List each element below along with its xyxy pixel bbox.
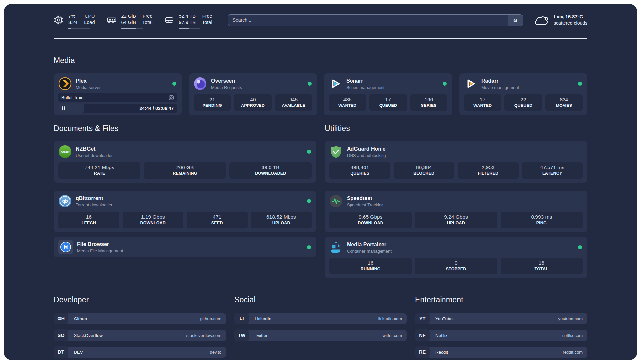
app-card-overseerr[interactable]: Overseerr Media Requests 21 PENDING 40 A… xyxy=(189,73,317,115)
app-card-speedtest[interactable]: Speedtest Speedtest Tracking 9.65 Gbps D… xyxy=(325,191,587,232)
cpu-metric: 7% CPU 3.24 Load xyxy=(54,13,95,29)
stat-value: 0 xyxy=(416,260,496,266)
overseerr-titles: Overseerr Media Requests xyxy=(211,78,242,90)
stat-label: REMAINING xyxy=(145,171,225,176)
link-body: Netflix netflix.com xyxy=(427,330,587,341)
stat-value: 40 xyxy=(235,96,270,103)
cpu-metric-body: 7% CPU 3.24 Load xyxy=(68,13,95,29)
stat-value: 485 xyxy=(330,96,365,103)
sonarr-titles: Sonarr Series management xyxy=(346,78,384,90)
pause-icon[interactable] xyxy=(62,106,65,110)
status-indicator xyxy=(578,245,582,249)
nzbget-titles: NZBGet Usenet downloader xyxy=(76,146,113,158)
stat-label: DOWNLOAD xyxy=(331,221,410,226)
link-reddit[interactable]: RE Reddit reddit.com xyxy=(415,346,587,358)
stat-queries: 498,461 QUERIES xyxy=(329,162,390,179)
speedtest-icon xyxy=(329,195,343,208)
app-description: Movie management xyxy=(481,85,519,90)
section-title-utilities: Utilities xyxy=(325,124,587,133)
link-url: stackoverflow.com xyxy=(186,333,221,338)
app-name: AdGuard Home xyxy=(347,146,386,152)
link-dev[interactable]: DT DEV dev.to xyxy=(54,346,226,358)
app-card-radarr[interactable]: Radarr Movie management 17 WANTED 22 QUE… xyxy=(459,73,587,115)
status-indicator xyxy=(307,150,311,154)
stat-label: MOVIES xyxy=(547,103,581,108)
stat-stopped: 0 STOPPED xyxy=(415,258,497,274)
cloud-icon xyxy=(534,14,549,26)
section-title-entertainment: Entertainment xyxy=(415,295,587,304)
ram-progress-fill xyxy=(121,28,136,29)
stat-pending: 21 PENDING xyxy=(194,94,231,111)
stat-downloaded: 39.6 TB DOWNLOADED xyxy=(229,162,312,179)
link-github[interactable]: GH Github github.com xyxy=(54,313,226,324)
link-youtube[interactable]: YT YouTube youtube.com xyxy=(415,313,587,324)
stat-label: DOWNLOAD xyxy=(124,221,182,226)
link-twitter[interactable]: TW Twitter twitter.com xyxy=(234,329,407,341)
link-url: twitter.com xyxy=(382,333,402,338)
stat-value: 17 xyxy=(465,96,500,103)
stat-label: RATE xyxy=(60,171,139,176)
app-card-plex[interactable]: Plex Media server Bullet Train 24:44 / 0… xyxy=(54,73,182,115)
link-body: Twitter twitter.com xyxy=(247,330,407,341)
search-engine-button[interactable]: G xyxy=(508,15,523,26)
app-card-adguard[interactable]: AdGuard Home DNS and adblocking 498,461 … xyxy=(325,141,587,183)
link-badge: GH xyxy=(54,313,68,324)
app-description: Series management xyxy=(346,85,384,90)
svg-text:qb: qb xyxy=(62,198,68,204)
link-badge: SO xyxy=(54,329,68,341)
link-badge: TW xyxy=(234,329,249,341)
header-divider xyxy=(54,38,587,39)
stat-value: 16 xyxy=(331,260,410,266)
link-name: Netflix xyxy=(435,333,448,338)
section-utilities: Utilities AdGuard Home DNS and adblockin… xyxy=(325,124,587,278)
ram-progress-bar xyxy=(121,28,143,29)
link-body: Github github.com xyxy=(66,313,226,324)
cpu-usage-value: 7% xyxy=(68,13,77,19)
stat-blocked: 86,384 BLOCKED xyxy=(394,162,455,179)
top-bar: 7% CPU 3.24 Load xyxy=(54,13,587,31)
section-title-media: Media xyxy=(54,56,587,65)
link-body: Reddit reddit.com xyxy=(427,347,587,358)
stat-label: WANTED xyxy=(330,103,365,108)
stat-label: SERIES xyxy=(412,103,446,108)
weather-widget: Lviv, 16.87°C scattered clouds xyxy=(534,14,587,26)
plex-icon xyxy=(58,77,72,90)
stat-label: QUEUED xyxy=(371,103,405,108)
link-stackoverflow[interactable]: SO StackOverflow stackoverflow.com xyxy=(54,329,226,341)
app-name: File Browser xyxy=(77,241,123,247)
app-card-filebrowser[interactable]: File Browser Media File Management xyxy=(54,237,316,257)
app-card-qbittorrent[interactable]: qb qBittorrent Torrent downloader 16 LEE… xyxy=(54,191,316,232)
search-input[interactable] xyxy=(228,15,508,26)
link-badge: DT xyxy=(54,346,68,358)
app-description: Media server xyxy=(76,85,101,90)
app-card-portainer[interactable]: Media Portainer Container management 16 … xyxy=(325,237,587,278)
stat-label: WANTED xyxy=(465,103,500,108)
sonarr-icon xyxy=(329,77,342,90)
stat-value: 2,953 xyxy=(459,164,517,170)
disk-free-label: Free xyxy=(202,13,212,19)
stat-upload: 618.52 Mbps UPLOAD xyxy=(251,212,312,228)
stat-label: APPROVED xyxy=(235,103,270,108)
stat-value: 16 xyxy=(60,214,118,220)
cpu-load-label: Load xyxy=(84,19,95,26)
ram-metric-body: 22 GiB Free 64 GiB Total xyxy=(121,13,153,29)
app-card-nzbget[interactable]: nzbget NZBGet Usenet downloader 744.21 M… xyxy=(54,141,316,183)
stat-approved: 40 APPROVED xyxy=(234,94,271,111)
stat-value: 834 xyxy=(547,96,581,103)
stat-value: 1.19 Gbps xyxy=(124,214,182,220)
stat-value: 47.571 ms xyxy=(523,164,582,170)
app-name: qBittorrent xyxy=(76,195,112,201)
stat-value: 266 GB xyxy=(145,164,225,170)
section-social: Social LI LinkedIn linkedin.com TW Twitt… xyxy=(234,295,407,360)
app-card-sonarr[interactable]: Sonarr Series management 485 WANTED 17 Q… xyxy=(324,73,452,115)
stat-label: QUERIES xyxy=(331,171,389,176)
link-netflix[interactable]: NF Netflix netflix.com xyxy=(415,329,587,341)
stat-seed: 471 SEED xyxy=(187,212,248,228)
qbittorrent-titles: qBittorrent Torrent downloader xyxy=(76,195,112,207)
app-name: Media Portainer xyxy=(347,241,392,248)
link-name: Reddit xyxy=(435,350,448,355)
link-linkedin[interactable]: LI LinkedIn linkedin.com xyxy=(234,313,407,324)
link-body: LinkedIn linkedin.com xyxy=(247,313,407,324)
stat-movies: 834 MOVIES xyxy=(545,94,583,111)
stat-running: 16 RUNNING xyxy=(329,258,412,274)
